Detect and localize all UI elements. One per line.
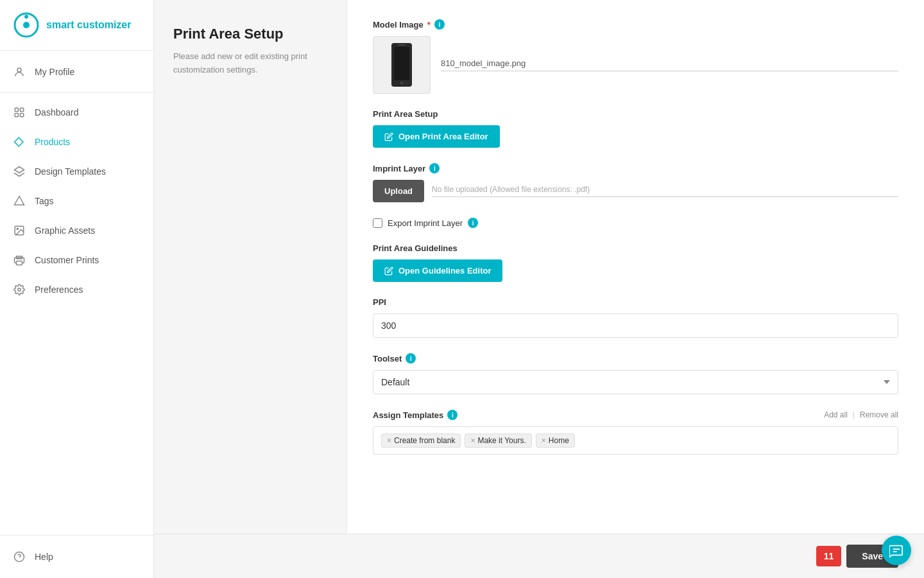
add-all-link[interactable]: Add all [824,410,848,419]
sidebar-logo: smart customizer [0,0,153,51]
svg-marker-8 [15,167,24,173]
sidebar-item-tags[interactable]: Tags [0,186,153,216]
sidebar-label-preferences: Preferences [35,285,83,295]
sidebar-label-design-templates: Design Templates [35,166,106,177]
toolset-section: Toolset i Default Advanced Minimal [373,353,898,394]
toolset-info-icon[interactable]: i [406,353,416,363]
page-title: Print Area Setup [173,26,327,42]
chat-icon [889,543,903,557]
template-actions: Add all | Remove all [824,410,898,419]
svg-rect-12 [17,261,22,265]
question-icon [13,550,26,563]
svg-rect-17 [394,47,409,80]
svg-point-11 [17,228,18,229]
ppi-section: PPI [373,297,898,338]
imprint-layer-section: Imprint Layer i Upload No file uploaded … [373,163,898,202]
export-imprint-checkbox[interactable] [373,218,382,228]
upload-hint: No file uploaded (Allowed file extension… [432,185,898,197]
template-tag-make-it-yours: × Make it Yours. [465,434,531,448]
sidebar-item-preferences[interactable]: Preferences [0,275,153,304]
main-layout: Print Area Setup Please add new or edit … [154,0,924,578]
svg-rect-5 [21,108,24,111]
sidebar-label-my-profile: My Profile [35,67,74,77]
person-icon [13,66,26,78]
left-panel: Print Area Setup Please add new or edit … [154,0,346,547]
print-area-setup-label: Print Area Setup [373,109,898,119]
badge-number[interactable]: 11 [816,546,842,566]
toolset-label: Toolset i [373,353,898,363]
required-indicator: * [427,20,431,30]
page-subtitle: Please add new or edit existing print cu… [173,50,327,77]
export-imprint-row: Export Imprint Layer i [373,218,898,228]
svg-rect-19 [398,44,406,46]
tag-label-home: Home [549,436,569,445]
sidebar-item-design-templates[interactable]: Design Templates [0,157,153,186]
sidebar-item-customer-prints[interactable]: Customer Prints [0,245,153,275]
sidebar-nav: My Profile Dashboard Products [0,51,153,535]
sidebar-label-tags: Tags [35,196,54,206]
model-image-filename: 810_model_image.png [441,58,898,71]
sidebar-item-dashboard[interactable]: Dashboard [0,98,153,127]
model-image-container: 810_model_image.png [373,36,898,94]
content-area: Print Area Setup Please add new or edit … [154,0,924,547]
export-imprint-section: Export Imprint Layer i [373,218,898,228]
imprint-layer-label: Imprint Layer i [373,163,898,173]
ppi-input[interactable] [373,313,898,338]
svg-point-13 [18,288,21,292]
export-imprint-label: Export Imprint Layer [388,218,463,228]
sidebar-item-my-profile[interactable]: My Profile [0,57,153,87]
chat-fab-button[interactable] [882,536,911,565]
assign-templates-info-icon[interactable]: i [447,410,458,420]
upload-button[interactable]: Upload [373,180,424,202]
template-tag-create-from-blank: × Create from blank [381,434,461,448]
edit-guidelines-icon [384,267,393,276]
tag-remove-home[interactable]: × [542,436,546,445]
form-panel: Model Image * i 810_model_image.png [346,0,924,547]
phone-svg [389,42,415,88]
tag-remove-create-from-blank[interactable]: × [387,436,391,445]
template-tags-container: × Create from blank × Make it Yours. × H… [373,426,898,455]
print-area-guidelines-section: Print Area Guidelines Open Guidelines Ed… [373,243,898,282]
printer-icon [13,254,26,267]
pipe-divider: | [853,410,855,419]
triangle-icon [13,195,26,207]
remove-all-link[interactable]: Remove all [860,410,898,419]
sidebar-item-products[interactable]: Products [0,127,153,157]
imprint-layer-info-icon[interactable]: i [429,163,440,173]
export-imprint-info-icon[interactable]: i [468,218,478,228]
layers-icon [13,165,26,178]
sidebar-label-graphic-assets: Graphic Assets [35,225,95,236]
template-tag-home: × Home [536,434,575,448]
gear-icon [13,283,26,296]
tag-label-make-it-yours: Make it Yours. [477,436,526,445]
svg-point-1 [23,22,30,28]
assign-templates-section: Assign Templates i Add all | Remove all … [373,410,898,455]
svg-rect-4 [15,108,18,111]
assign-templates-header: Assign Templates i Add all | Remove all [373,410,898,420]
bottom-bar: 11 Save [154,534,924,578]
svg-point-18 [400,82,403,84]
print-area-setup-section: Print Area Setup Open Print Area Editor [373,109,898,148]
print-area-guidelines-label: Print Area Guidelines [373,243,898,253]
grid-icon [13,106,26,119]
upload-row: Upload No file uploaded (Allowed file ex… [373,180,898,202]
model-image-section: Model Image * i 810_model_image.png [373,19,898,94]
logo-text: smart customizer [46,19,132,31]
model-image-label: Model Image * i [373,19,898,30]
sidebar-item-help[interactable]: Help [0,542,153,572]
image-icon [13,224,26,237]
tag-remove-make-it-yours[interactable]: × [470,436,475,445]
model-image-thumbnail[interactable] [373,36,431,94]
open-guidelines-editor-button[interactable]: Open Guidelines Editor [373,259,502,282]
open-print-area-editor-button[interactable]: Open Print Area Editor [373,125,500,148]
nav-divider-1 [0,92,153,92]
assign-templates-label: Assign Templates i [373,410,458,420]
svg-marker-9 [15,197,24,206]
svg-point-3 [17,68,21,72]
toolset-select[interactable]: Default Advanced Minimal [373,370,898,394]
svg-point-2 [24,15,28,19]
model-image-info-icon[interactable]: i [434,19,445,30]
sidebar-item-graphic-assets[interactable]: Graphic Assets [0,216,153,245]
sidebar-label-dashboard: Dashboard [35,107,79,118]
ppi-label: PPI [373,297,898,307]
